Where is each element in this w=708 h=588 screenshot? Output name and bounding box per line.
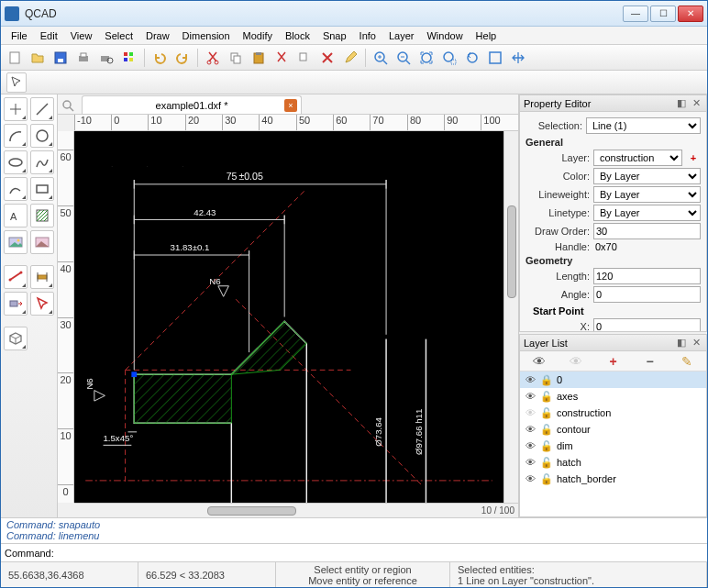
copy-ref-icon[interactable] <box>294 48 315 68</box>
vertical-scrollbar[interactable] <box>503 131 518 503</box>
remove-layer-button[interactable]: − <box>636 354 664 369</box>
minimize-button[interactable]: — <box>623 6 648 22</box>
tab-close-icon[interactable]: × <box>284 99 297 112</box>
zoom-window-icon[interactable] <box>485 48 505 68</box>
visibility-icon[interactable]: 👁 <box>524 457 537 468</box>
color-dropdown[interactable]: By Layer <box>593 168 701 184</box>
panel-pin-icon[interactable]: ◧ <box>675 97 688 109</box>
layer-item-dim[interactable]: 👁🔓dim <box>520 438 706 454</box>
edit-icon[interactable] <box>340 48 360 68</box>
menu-view[interactable]: View <box>64 28 99 43</box>
menu-info[interactable]: Info <box>353 28 382 43</box>
layer-panel-close-icon[interactable]: ✕ <box>690 337 702 349</box>
lock-icon[interactable]: 🔓 <box>540 440 553 452</box>
search-tab-icon[interactable] <box>61 99 76 114</box>
menu-dimension[interactable]: Dimension <box>176 28 237 43</box>
circle-tool-icon[interactable] <box>30 124 54 148</box>
horizontal-scrollbar[interactable]: 10 / 100 <box>74 503 518 517</box>
arc-tool-icon[interactable] <box>4 124 28 148</box>
spline-tool-icon[interactable] <box>30 150 54 174</box>
menu-layer[interactable]: Layer <box>382 28 421 43</box>
select-tool-icon[interactable] <box>30 292 54 316</box>
linetype-dropdown[interactable]: By Layer <box>593 205 701 221</box>
selection-dropdown[interactable]: Line (1) <box>586 117 701 134</box>
layer-item-hatch[interactable]: 👁🔓hatch <box>520 454 706 471</box>
modify-tool-icon[interactable] <box>4 292 28 316</box>
menu-draw[interactable]: Draw <box>139 28 176 43</box>
point-tool-icon[interactable] <box>4 97 28 121</box>
zoom-in-icon[interactable] <box>371 48 391 68</box>
edit-layer-icon[interactable]: ✎ <box>673 354 701 369</box>
image-tool-icon[interactable] <box>4 230 28 254</box>
text-tool-icon[interactable]: A <box>4 204 28 227</box>
line-tool-icon[interactable] <box>30 97 54 121</box>
undo-icon[interactable] <box>149 48 170 68</box>
block-tool-icon[interactable] <box>4 327 28 350</box>
layer-dropdown[interactable]: construction <box>593 150 682 166</box>
zoom-out-icon[interactable] <box>393 48 414 68</box>
rect-tool-icon[interactable] <box>30 177 54 201</box>
toggle-lock-icon[interactable]: 👁 <box>562 354 590 369</box>
new-icon[interactable] <box>5 48 25 68</box>
redo-icon[interactable] <box>172 48 193 68</box>
menu-modify[interactable]: Modify <box>237 28 279 43</box>
layer-item-contour[interactable]: 👁🔓contour <box>520 421 706 438</box>
command-input[interactable] <box>58 546 703 560</box>
delete-icon[interactable] <box>317 48 337 68</box>
cut-icon[interactable] <box>203 48 223 68</box>
layer-item-axes[interactable]: 👁🔓axes <box>520 388 706 405</box>
lock-icon[interactable]: 🔓 <box>540 457 553 469</box>
save-icon[interactable] <box>50 48 71 68</box>
visibility-icon[interactable]: 👁 <box>524 473 537 484</box>
add-layer-button[interactable]: + <box>599 354 626 369</box>
menu-edit[interactable]: Edit <box>34 28 64 43</box>
menu-snap[interactable]: Snap <box>316 28 353 43</box>
print-icon[interactable] <box>73 48 94 68</box>
drawing-canvas[interactable]: 75±0.05 42.43 31.83±0.1 1.5x45° Ø73.64 Ø… <box>74 131 503 503</box>
cut-ref-icon[interactable] <box>271 48 292 68</box>
layer-item-0[interactable]: 👁🔒0 <box>520 372 706 388</box>
menu-help[interactable]: Help <box>470 28 503 43</box>
visibility-icon[interactable]: 👁 <box>524 407 537 418</box>
pointer-icon[interactable] <box>6 72 27 93</box>
lock-icon[interactable]: 🔒 <box>540 374 553 386</box>
length-input[interactable] <box>593 268 701 284</box>
paste-icon[interactable] <box>249 48 269 68</box>
print-preview-icon[interactable] <box>96 48 116 68</box>
lock-icon[interactable]: 🔓 <box>540 391 553 403</box>
zoom-auto-icon[interactable] <box>416 48 437 68</box>
layer-item-construction[interactable]: 👁🔓construction <box>520 405 706 421</box>
menu-block[interactable]: Block <box>279 28 316 43</box>
maximize-button[interactable]: ☐ <box>650 6 676 22</box>
ellipse-tool-icon[interactable] <box>4 150 28 174</box>
image2-tool-icon[interactable] <box>30 230 54 254</box>
toggle-visibility-icon[interactable]: 👁 <box>525 354 553 369</box>
control-point[interactable] <box>131 372 137 377</box>
start-x-input[interactable] <box>593 318 701 331</box>
lock-icon[interactable]: 🔓 <box>540 473 553 485</box>
zoom-selection-icon[interactable] <box>439 48 459 68</box>
close-button[interactable]: ✕ <box>678 6 703 22</box>
zoom-previous-icon[interactable] <box>462 48 482 68</box>
visibility-icon[interactable]: 👁 <box>524 391 537 402</box>
hatch-tool-icon[interactable] <box>30 204 54 227</box>
angle-input[interactable] <box>593 286 701 303</box>
lock-icon[interactable]: 🔓 <box>540 424 553 436</box>
pan-icon[interactable] <box>508 48 528 68</box>
lock-icon[interactable]: 🔓 <box>540 407 553 419</box>
add-layer-icon[interactable]: + <box>686 152 701 163</box>
visibility-icon[interactable]: 👁 <box>524 440 537 451</box>
menu-window[interactable]: Window <box>420 28 469 43</box>
layer-item-hatch_border[interactable]: 👁🔓hatch_border <box>520 471 706 487</box>
info-tool-icon[interactable] <box>30 265 54 289</box>
panel-close-icon[interactable]: ✕ <box>690 97 702 109</box>
menu-select[interactable]: Select <box>98 28 139 43</box>
open-icon[interactable] <box>28 48 48 68</box>
copy-icon[interactable] <box>226 48 246 68</box>
file-tab[interactable]: example01.dxf * × <box>82 95 302 114</box>
lineweight-dropdown[interactable]: By Layer <box>593 186 701 203</box>
menu-file[interactable]: File <box>5 28 34 43</box>
layer-panel-pin-icon[interactable]: ◧ <box>675 337 688 349</box>
draworder-input[interactable] <box>593 223 701 239</box>
dimension-tool-icon[interactable] <box>4 265 28 289</box>
